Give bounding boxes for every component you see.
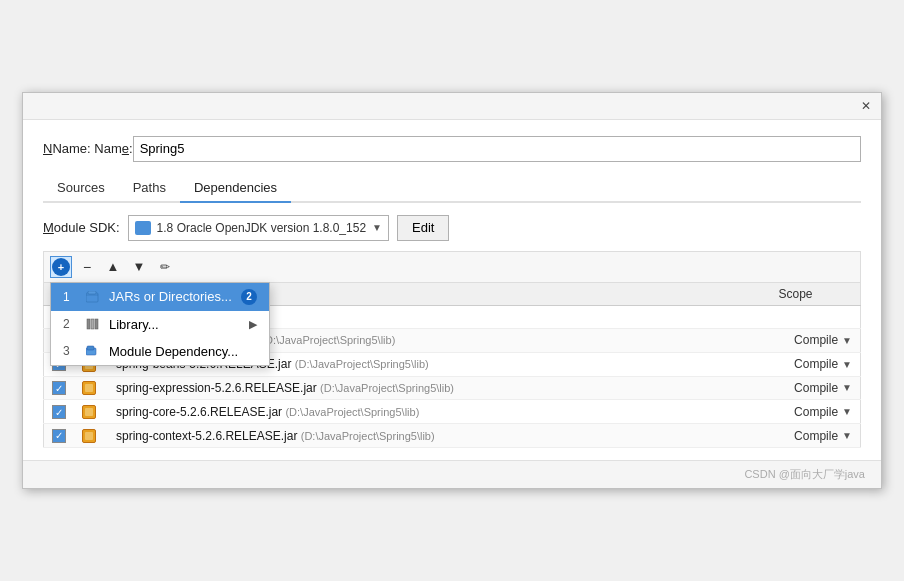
move-down-button[interactable]: ▼ — [128, 256, 150, 278]
down-arrow-icon: ▼ — [133, 259, 146, 274]
main-content: NName: Name: Name: Sources Paths Depende… — [23, 120, 881, 460]
row-scope-cell: Compile ▼ — [771, 352, 861, 376]
close-button[interactable]: ✕ — [857, 97, 875, 115]
dep-path: (D:\JavaProject\Spring5\lib) — [285, 406, 419, 418]
module-sdk-value: 1.8 Oracle OpenJDK version 1.8.0_152 — [157, 221, 366, 235]
toolbar: + − ▲ ▼ ✏ — [43, 251, 861, 282]
scope-arrow-icon: ▼ — [842, 335, 852, 346]
row-name-cell: spring-expression-5.2.6.RELEASE.jar (D:\… — [108, 376, 771, 400]
menu-item-2-label: Library... — [109, 317, 241, 332]
row-checkbox[interactable]: ✓ — [52, 381, 66, 395]
menu-item-3-num: 3 — [63, 344, 77, 358]
dep-name: spring-core-5.2.6.RELEASE.jar — [116, 405, 282, 419]
row-name-cell: spring-context-5.2.6.RELEASE.jar (D:\Jav… — [108, 424, 771, 448]
pencil-icon: ✏ — [160, 260, 170, 274]
row-name-cell: spring-core-5.2.6.RELEASE.jar (D:\JavaPr… — [108, 400, 771, 424]
row-scope-cell: Compile ▼ — [771, 424, 861, 448]
dep-path: (D:\JavaProject\Spring5\lib) — [295, 358, 429, 370]
jar-icon — [82, 429, 96, 443]
module-sdk-select[interactable]: 1.8 Oracle OpenJDK version 1.8.0_152 ▼ — [128, 215, 389, 241]
col-scope: Scope — [771, 282, 861, 305]
svg-rect-4 — [91, 319, 94, 329]
move-up-button[interactable]: ▲ — [102, 256, 124, 278]
row-scope-cell — [771, 305, 861, 328]
table-row[interactable]: ✓ spring-expression-5.2.6.RELEASE.jar (D… — [44, 376, 861, 400]
scope-value[interactable]: Compile ▼ — [794, 357, 852, 371]
table-row[interactable]: ✓ spring-core-5.2.6.RELEASE.jar (D:\Java… — [44, 400, 861, 424]
dep-path: (D:\JavaProject\Spring5\lib) — [320, 382, 454, 394]
menu-item-3-label: Module Dependency... — [109, 344, 257, 359]
row-scope-cell: Compile ▼ — [771, 328, 861, 352]
svg-rect-7 — [87, 346, 94, 350]
svg-rect-5 — [95, 319, 98, 329]
dep-name: spring-expression-5.2.6.RELEASE.jar — [116, 381, 317, 395]
library-icon — [85, 317, 101, 331]
tab-sources[interactable]: Sources — [43, 174, 119, 203]
up-arrow-icon: ▲ — [107, 259, 120, 274]
scope-value[interactable]: Compile ▼ — [794, 333, 852, 347]
scope-value[interactable]: Compile ▼ — [794, 429, 852, 443]
name-label: NName: Name: Name: — [43, 141, 133, 156]
row-checkbox[interactable]: ✓ — [52, 405, 66, 419]
svg-rect-3 — [87, 319, 90, 329]
name-input[interactable] — [133, 136, 861, 162]
edit-dependency-button[interactable]: ✏ — [154, 256, 176, 278]
minus-icon: − — [83, 260, 91, 274]
dialog: ✕ NName: Name: Name: Sources Paths Depen… — [22, 92, 882, 489]
submenu-arrow-icon: ▶ — [249, 318, 257, 331]
row-scope-cell: Compile ▼ — [771, 376, 861, 400]
module-sdk-row: Module SDK: 1.8 Oracle OpenJDK version 1… — [43, 215, 861, 241]
tab-paths[interactable]: Paths — [119, 174, 180, 203]
row-icon-cell — [74, 376, 108, 400]
title-bar: ✕ — [23, 93, 881, 120]
remove-dependency-button[interactable]: − — [76, 256, 98, 278]
watermark: CSDN @面向大厂学java — [744, 468, 865, 480]
dep-path: (D:\JavaProject\Spring5\lib) — [301, 430, 435, 442]
add-dependency-button[interactable]: + — [50, 256, 72, 278]
add-dropdown-menu: 1 JARs or Directories... 2 2 — [50, 282, 270, 366]
footer: CSDN @面向大厂学java — [23, 460, 881, 488]
sdk-icon — [135, 221, 151, 235]
row-check-cell[interactable]: ✓ — [44, 424, 75, 448]
scope-arrow-icon: ▼ — [842, 382, 852, 393]
table-row[interactable]: ✓ spring-context-5.2.6.RELEASE.jar (D:\J… — [44, 424, 861, 448]
menu-item-1-num: 1 — [63, 290, 77, 304]
row-icon-cell — [74, 424, 108, 448]
add-circle-icon: + — [52, 258, 70, 276]
jar-icon — [82, 381, 96, 395]
scope-arrow-icon: ▼ — [842, 359, 852, 370]
row-scope-cell: Compile ▼ — [771, 400, 861, 424]
menu-item-1-label: JARs or Directories... — [109, 289, 233, 304]
svg-rect-0 — [86, 293, 98, 302]
edit-sdk-button[interactable]: Edit — [397, 215, 449, 241]
scope-value[interactable]: Compile ▼ — [794, 405, 852, 419]
row-icon-cell — [74, 400, 108, 424]
menu-item-2-num: 2 — [63, 317, 77, 331]
tabs: Sources Paths Dependencies — [43, 174, 861, 203]
menu-item-jars[interactable]: 1 JARs or Directories... 2 — [51, 283, 269, 311]
module-icon — [85, 344, 101, 358]
dep-path: (D:\JavaProject\Spring5\lib) — [261, 334, 395, 346]
jars-icon — [85, 290, 101, 304]
menu-item-module[interactable]: 3 Module Dependency... — [51, 338, 269, 365]
module-sdk-arrow-icon: ▼ — [372, 222, 382, 233]
scope-arrow-icon: ▼ — [842, 430, 852, 441]
module-sdk-label: Module SDK: — [43, 220, 120, 235]
name-row: NName: Name: Name: — [43, 136, 861, 162]
row-checkbox[interactable]: ✓ — [52, 429, 66, 443]
svg-rect-1 — [88, 291, 96, 294]
row-check-cell[interactable]: ✓ — [44, 400, 75, 424]
menu-item-library[interactable]: 2 Library... ▶ — [51, 311, 269, 338]
jar-icon — [82, 405, 96, 419]
scope-value[interactable]: Compile ▼ — [794, 381, 852, 395]
scope-arrow-icon: ▼ — [842, 406, 852, 417]
badge-2-icon: 2 — [241, 289, 257, 305]
row-check-cell[interactable]: ✓ — [44, 376, 75, 400]
tab-dependencies[interactable]: Dependencies — [180, 174, 291, 203]
dep-name: spring-context-5.2.6.RELEASE.jar — [116, 429, 297, 443]
